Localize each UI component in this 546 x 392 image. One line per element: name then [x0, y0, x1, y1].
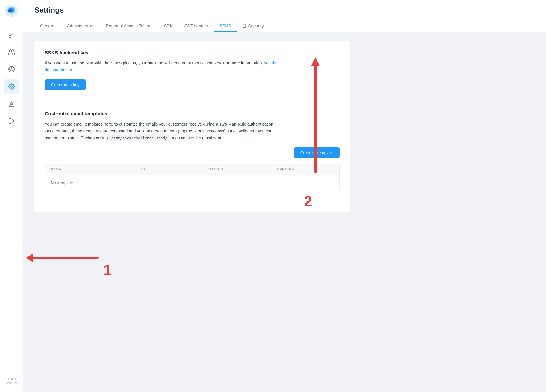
sidebar-item-logout[interactable]	[4, 113, 19, 128]
email-templates-section: Customize email templates You can create…	[45, 111, 340, 191]
create-template-button[interactable]: Create a template	[294, 147, 340, 158]
section-divider	[45, 102, 340, 102]
ssks-backend-key-title: SSKS backend key	[45, 50, 340, 56]
content-card: SSKS backend key If you want to use the …	[34, 41, 350, 212]
svg-point-8	[11, 86, 12, 87]
col-name: NAME	[45, 164, 136, 175]
users-icon	[8, 49, 15, 56]
tab-jwt-secrets[interactable]: JWT secrets	[178, 20, 214, 32]
col-status: STATUS	[203, 164, 271, 175]
tab-security[interactable]: Security	[237, 20, 269, 32]
tab-general[interactable]: General	[34, 20, 61, 32]
main-content: Settings General Administrators Personal…	[23, 0, 546, 392]
table-empty-message: No template.	[45, 175, 339, 191]
ssks-backend-key-section: SSKS backend key If you want to use the …	[45, 50, 340, 90]
key-icon	[8, 32, 15, 38]
table-header: NAME ID STATUS CREATED	[45, 164, 339, 175]
sidebar-item-keys[interactable]	[4, 28, 19, 42]
profile-icon	[8, 100, 15, 107]
sidebar-footer: © 2024 Seald SAS	[4, 377, 18, 387]
sidebar-item-settings[interactable]	[4, 79, 19, 94]
header: Settings General Administrators Personal…	[23, 0, 546, 32]
settings-icon	[8, 83, 15, 90]
ssks-backend-key-description: If you want to use the SDK with the SSKS…	[45, 60, 280, 74]
tab-personal-access-tokens[interactable]: Personal Access Tokens	[100, 20, 158, 32]
sidebar: © 2024 Seald SAS	[0, 0, 23, 392]
generate-key-button[interactable]: Generate a key	[45, 79, 86, 90]
tab-security-label: Security	[248, 23, 264, 28]
template-section-header: Create a template	[45, 147, 340, 158]
svg-point-4	[9, 50, 12, 52]
sidebar-nav	[4, 28, 19, 377]
col-id: ID	[136, 164, 204, 175]
sidebar-item-profile[interactable]	[4, 96, 19, 111]
tabs-nav: General Administrators Personal Access T…	[34, 20, 535, 32]
logo[interactable]	[5, 5, 18, 28]
sidebar-item-activity[interactable]	[4, 62, 19, 77]
logout-icon	[8, 117, 15, 124]
svg-point-6	[10, 68, 13, 71]
content-area: SSKS backend key If you want to use the …	[23, 32, 546, 392]
email-templates-description: You can create email templates here, to …	[45, 121, 280, 142]
activity-icon	[8, 66, 15, 73]
tab-ssks[interactable]: SSKS	[214, 20, 237, 32]
page-title: Settings	[34, 6, 535, 15]
tab-administrators[interactable]: Administrators	[61, 20, 100, 32]
svg-point-2	[8, 9, 12, 12]
svg-point-10	[11, 102, 12, 104]
col-created: CREATED	[271, 164, 339, 175]
tab-sdk[interactable]: SDK	[158, 20, 179, 32]
templates-table: NAME ID STATUS CREATED No template.	[45, 164, 340, 191]
sidebar-item-users[interactable]	[4, 45, 19, 60]
external-link-icon	[243, 24, 247, 28]
code-snippet: /tmr/back/challenge_send/	[109, 135, 170, 141]
svg-point-7	[11, 69, 12, 70]
email-templates-title: Customize email templates	[45, 111, 340, 117]
svg-line-12	[244, 24, 246, 26]
